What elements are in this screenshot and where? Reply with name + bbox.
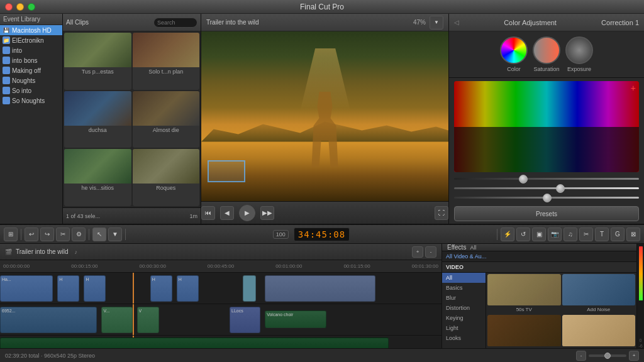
color-map[interactable]: +: [454, 81, 639, 172]
slider-handle-1[interactable]: [519, 175, 528, 184]
zoom-in-timeline[interactable]: +: [412, 246, 423, 258]
cat-all[interactable]: All: [442, 273, 486, 283]
clip-item-hevis[interactable]: he vis...sitios: [64, 149, 131, 206]
cut-button[interactable]: ✂: [56, 228, 70, 241]
clip-block[interactable]: H: [150, 275, 172, 302]
effects-panel: Effects All All Video & Au... VIDEO All …: [441, 244, 636, 362]
clip-item-almost[interactable]: Almost die: [133, 91, 200, 148]
library-item-macintosh[interactable]: 💾 Macintosh HD: [0, 25, 62, 35]
clip-block[interactable]: H: [177, 275, 199, 302]
cat-keying[interactable]: Keying: [442, 313, 486, 323]
clip-item-solo[interactable]: Solo t...n plan: [133, 33, 200, 90]
cat-basics[interactable]: Basics: [442, 283, 486, 293]
cat-looks[interactable]: Looks: [442, 333, 486, 343]
panel-back-icon: ◁: [454, 19, 459, 26]
clip-item-tus[interactable]: Tus p...estas: [64, 33, 131, 90]
library-item-noughts[interactable]: Noughts: [0, 75, 62, 85]
video-section-label: VIDEO: [442, 262, 636, 273]
library-item-making-off[interactable]: Making off: [0, 65, 62, 75]
effect-aged-paper[interactable]: Aged Paper: [562, 315, 636, 352]
fast-forward-button[interactable]: ▶▶: [260, 206, 274, 220]
effect-label: Add Noise: [586, 305, 611, 314]
track-clips-1: Ha... H H H H: [0, 273, 441, 304]
cat-distortion[interactable]: Distortion: [442, 303, 486, 313]
clip-block[interactable]: Ha...: [0, 275, 53, 302]
color-adjustment-label: Color Adjustment: [462, 19, 599, 26]
library-item-into[interactable]: into: [0, 45, 62, 55]
clip-block[interactable]: V: [137, 307, 159, 333]
trim-button[interactable]: ✂: [579, 228, 593, 241]
zoom-plus-button[interactable]: +: [629, 351, 639, 361]
zoom-minus-button[interactable]: -: [576, 351, 586, 361]
clip-label: Roques: [133, 184, 200, 192]
maximize-button[interactable]: [28, 3, 35, 11]
video-button[interactable]: ▣: [532, 228, 546, 241]
slider-track-2[interactable]: [454, 187, 639, 189]
effects-all-tab[interactable]: All: [470, 244, 476, 251]
play-button[interactable]: ▶: [239, 205, 255, 221]
undo-button[interactable]: ↩: [25, 228, 38, 241]
presets-button[interactable]: Presets: [454, 206, 639, 221]
ruler-marks: 00:00:00:00 00:00:15:00 00:00:30:00 00:0…: [3, 263, 438, 269]
zoom-slider-handle[interactable]: [604, 353, 611, 359]
cat-blur[interactable]: Blur: [442, 293, 486, 303]
fullscreen-button[interactable]: ⛶: [435, 206, 448, 220]
redo-button[interactable]: ↪: [40, 228, 54, 241]
clip-item-roques[interactable]: Roques: [133, 149, 200, 206]
clip-block-label: H: [59, 277, 77, 282]
library-item-so-into[interactable]: So into: [0, 85, 62, 96]
color-panel: ◁ Color Adjustment Correction 1 Color Sa…: [449, 14, 644, 224]
cat-light[interactable]: Light: [442, 323, 486, 333]
library-item-into-bons[interactable]: into bons: [0, 55, 62, 65]
clip-block-audio[interactable]: Volcano choir: [265, 310, 326, 328]
library-item-electronikh[interactable]: 📁 ElEctronikn: [0, 35, 62, 45]
share-button[interactable]: ⊠: [626, 228, 640, 241]
clip-item-duchsa[interactable]: duchsa: [64, 91, 131, 148]
clip-block[interactable]: LLocs: [230, 307, 260, 333]
color-tool-color[interactable]: Color: [500, 36, 528, 72]
library-item-label: Noughts: [12, 77, 35, 84]
camera-button[interactable]: 📷: [548, 228, 562, 241]
slider-handle-2[interactable]: [556, 184, 565, 193]
clip-block[interactable]: H: [84, 275, 106, 302]
clip-thumbnail: [64, 33, 131, 67]
slider-handle-3[interactable]: [543, 194, 552, 202]
event-icon: [3, 67, 10, 74]
clip-block[interactable]: 6952...: [0, 307, 97, 333]
search-input[interactable]: [153, 18, 197, 28]
audio-button[interactable]: ♫: [564, 228, 577, 241]
zoom-dropdown[interactable]: ▼: [430, 16, 443, 30]
title-button[interactable]: T: [595, 228, 609, 241]
generator-button[interactable]: G: [611, 228, 625, 241]
library-item-so-noughts[interactable]: So Noughts: [0, 96, 62, 106]
play-backwards-button[interactable]: ◀: [220, 206, 234, 220]
effects-filter[interactable]: All Video & Au...: [442, 251, 636, 262]
timeline-title: Trailer into the wild: [16, 248, 69, 255]
effect-aged-film[interactable]: Aged Film: [487, 315, 561, 352]
rewind-to-start-button[interactable]: ⏮: [201, 206, 215, 220]
clip-block[interactable]: [243, 275, 256, 302]
blade-tool-button[interactable]: ▼: [108, 228, 122, 241]
clip-block[interactable]: V...: [101, 307, 132, 333]
slider-row-3: [454, 195, 639, 200]
minimize-button[interactable]: [16, 3, 24, 11]
preview-toolbar: Trailer into the wild 47% ▼: [201, 14, 448, 31]
color-tool-saturation[interactable]: Saturation: [533, 36, 560, 72]
close-button[interactable]: [5, 3, 13, 11]
select-tool-button[interactable]: ↖: [92, 228, 106, 241]
add-button[interactable]: +: [631, 83, 636, 93]
transform-button[interactable]: ↺: [516, 228, 530, 241]
clip-block-long[interactable]: [265, 275, 375, 302]
magic-wand-button[interactable]: ⚙: [72, 228, 86, 241]
zoom-out-timeline[interactable]: -: [425, 246, 436, 258]
effect-50s-tv[interactable]: 50s TV: [487, 274, 561, 314]
effects-title: Effects: [447, 244, 466, 251]
slider-track-3[interactable]: [454, 197, 639, 199]
toggle-libraries-button[interactable]: ⊞: [4, 228, 18, 241]
clip-block[interactable]: H: [57, 275, 79, 302]
effect-add-noise[interactable]: Add Noise: [562, 274, 636, 314]
effects-tool-button[interactable]: ⚡: [501, 228, 514, 241]
slider-track-1[interactable]: [454, 178, 639, 180]
zoom-slider[interactable]: [589, 354, 626, 357]
color-tool-exposure[interactable]: Exposure: [565, 36, 593, 72]
